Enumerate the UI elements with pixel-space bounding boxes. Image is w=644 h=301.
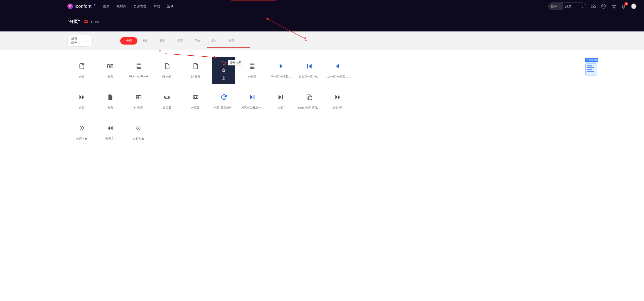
icon-preview xyxy=(163,62,171,70)
nav-home[interactable]: 首页 xyxy=(103,4,109,9)
svg-rect-23 xyxy=(307,64,308,69)
icon-label: 上一页_分页控... xyxy=(327,75,348,79)
promo-card-icon xyxy=(585,63,597,76)
icon-preview xyxy=(192,93,200,101)
download-button[interactable] xyxy=(212,74,235,82)
nav-activity[interactable]: 活动 xyxy=(167,4,174,9)
svg-point-17 xyxy=(225,64,225,65)
tab-flat[interactable]: 扁平 xyxy=(172,37,189,45)
search-button[interactable] xyxy=(577,4,586,8)
icon-cell[interactable]: 83-分页 xyxy=(153,58,181,89)
result-query: "分页" xyxy=(67,19,80,24)
color-filter-select[interactable]: 所有颜色 ▽ xyxy=(67,35,93,47)
add-to-cart-button[interactable]: 添加入库 xyxy=(212,59,235,67)
filter-bar: 所有颜色 ▽ 全部 线性 面性 扁平 手绘 简约 精美 xyxy=(0,31,644,50)
icon-preview xyxy=(135,62,143,70)
icon-cell[interactable]: 添加入库 Bre... xyxy=(210,58,238,89)
user-avatar[interactable] xyxy=(631,4,636,9)
icon-cell[interactable]: 83-分页 xyxy=(181,58,210,89)
icon-cell[interactable]: 上一页_分页控... xyxy=(323,58,352,89)
icon-cell[interactable]: 24gl-pageBreak xyxy=(124,58,153,89)
icon-cell[interactable]: 下一页_分页控... xyxy=(267,58,295,89)
color-filter-label: 所有颜色 xyxy=(71,36,79,45)
icon-cell[interactable]: m-分页 xyxy=(124,89,153,120)
icon-cell[interactable]: 分页向右 xyxy=(67,120,96,150)
style-tabs: 全部 线性 面性 扁平 手绘 简约 精美 xyxy=(120,37,240,45)
icon-cell[interactable]: 分页 xyxy=(96,89,124,120)
nav-resource[interactable]: 资源管理 xyxy=(133,4,146,9)
nav-help[interactable]: 帮助 xyxy=(154,4,160,9)
language-icon[interactable]: En xyxy=(601,4,606,9)
svg-line-2 xyxy=(582,7,583,8)
search-type-select[interactable]: 图标 ⌄ xyxy=(549,3,563,10)
icon-label: 83-分页 xyxy=(191,75,200,79)
search-input[interactable] xyxy=(563,5,577,8)
icon-preview xyxy=(135,124,143,132)
icon-cell[interactable]: 尾页末页最后一... xyxy=(238,89,267,120)
icon-preview xyxy=(78,93,86,101)
icon-cell[interactable]: 分页向左 xyxy=(124,120,153,150)
cart-icon[interactable] xyxy=(611,4,616,9)
tab-handdrawn[interactable]: 手绘 xyxy=(189,37,206,45)
icon-label: m-分页 xyxy=(134,106,143,109)
icon-cell[interactable]: 分页 xyxy=(67,89,96,120)
result-count: 23 xyxy=(84,19,89,24)
icon-cell[interactable]: page,分页,多页,... xyxy=(295,89,323,120)
icon-label: 分页-02 xyxy=(333,106,343,109)
tab-filled[interactable]: 面性 xyxy=(155,37,172,45)
icon-cell[interactable]: 分页器 xyxy=(153,89,181,120)
tab-simple[interactable]: 简约 xyxy=(206,37,223,45)
icon-cell[interactable]: 分页 xyxy=(96,58,124,89)
icon-preview xyxy=(163,93,171,101)
icon-label: 分页向左 xyxy=(133,137,144,140)
icon-cell[interactable]: 刷新_分页控件... xyxy=(210,89,238,120)
top-nav: 首页 素材库 资源管理 帮助 活动 xyxy=(103,4,174,9)
avatar-icon xyxy=(631,3,636,9)
icon-preview xyxy=(305,93,313,101)
icon-cell[interactable]: 分页符 xyxy=(238,58,267,89)
icon-preview xyxy=(248,62,256,70)
svg-rect-31 xyxy=(308,96,312,100)
icon-cell[interactable]: 分页-02 xyxy=(323,89,352,120)
brand-logo[interactable]: Iconfont + xyxy=(67,4,95,9)
icon-preview xyxy=(106,62,114,70)
cloud-icon[interactable] xyxy=(591,4,596,9)
svg-rect-9 xyxy=(111,64,113,68)
promo-widget[interactable]: 点我看看吧！ xyxy=(585,58,598,76)
icon-cell[interactable]: 分页器 xyxy=(181,89,210,120)
icon-label: 83-分页 xyxy=(162,75,172,79)
icon-preview xyxy=(277,62,285,70)
icon-cell[interactable]: 分页 xyxy=(267,89,295,120)
icon-label: 24gl-pageBreak xyxy=(129,75,148,78)
svg-text:En: En xyxy=(602,5,605,8)
icon-cell[interactable]: 分页 xyxy=(67,58,96,89)
chevron-down-icon: ▽ xyxy=(87,40,89,42)
icon-label: 分页器 xyxy=(163,106,171,109)
icon-preview xyxy=(106,93,114,101)
search-bar: 图标 ⌄ xyxy=(548,3,586,10)
icon-cell[interactable]: 首页第一页_分... xyxy=(295,58,323,89)
icon-preview xyxy=(220,93,228,101)
bell-icon[interactable]: 2 xyxy=(621,4,626,9)
search-icon xyxy=(579,4,583,8)
icon-label: 尾页末页最后一... xyxy=(241,106,263,109)
svg-rect-28 xyxy=(253,95,254,100)
notification-badge: 2 xyxy=(624,2,628,6)
icon-preview xyxy=(248,93,256,101)
icon-cell[interactable]: 分页-01 xyxy=(96,120,124,150)
results-area: 分页 分页 24gl-pageBreak 83-分页 83-分页 添加入库 xyxy=(0,50,644,150)
icon-label: 分页 xyxy=(107,106,113,109)
nav-library[interactable]: 素材库 xyxy=(117,4,126,9)
svg-point-1 xyxy=(580,5,582,7)
top-header: Iconfont + 首页 素材库 资源管理 帮助 活动 图标 ⌄ En xyxy=(0,0,644,13)
tab-linear[interactable]: 线性 xyxy=(137,37,155,45)
header-right: 图标 ⌄ En 2 xyxy=(548,3,636,10)
favorite-button[interactable] xyxy=(212,67,235,74)
tab-all[interactable]: 全部 xyxy=(120,37,137,45)
icon-preview xyxy=(78,62,86,70)
icon-label: 分页 xyxy=(79,75,85,79)
tab-fine[interactable]: 精美 xyxy=(223,37,240,45)
icon-hover-panel: 添加入库 xyxy=(212,57,235,84)
icon-label: 下一页_分页控... xyxy=(271,75,291,79)
icon-label: 分页 xyxy=(278,106,284,109)
